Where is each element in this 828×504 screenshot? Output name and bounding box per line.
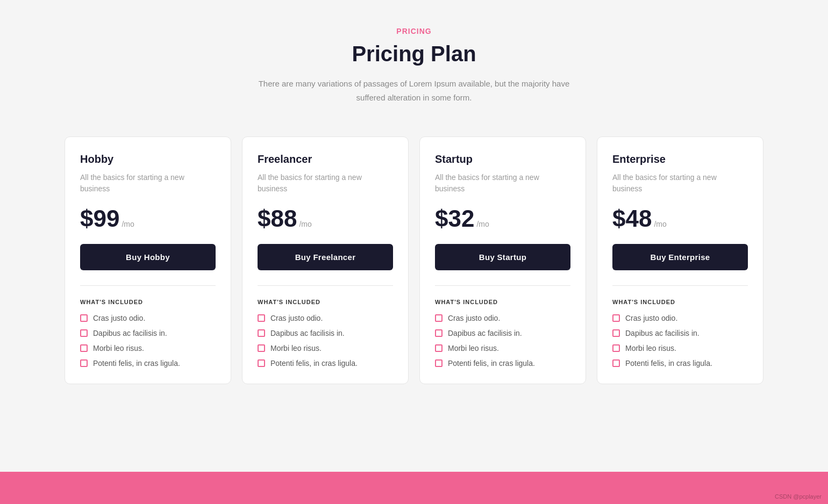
feature-text: Dapibus ac facilisis in. [270, 329, 345, 337]
feature-checkbox-icon [80, 314, 88, 322]
feature-text: Cras justo odio. [625, 314, 677, 322]
buy-button-startup[interactable]: Buy Startup [435, 244, 570, 270]
feature-text: Potenti felis, in cras ligula. [448, 359, 535, 368]
feature-checkbox-icon [435, 314, 442, 322]
feature-checkbox-icon [612, 314, 620, 322]
feature-text: Morbi leo risus. [625, 344, 676, 352]
plan-price: $88 /mo [258, 205, 393, 232]
pricing-card-freelancer: Freelancer All the basics for starting a… [242, 136, 409, 384]
feature-text: Morbi leo risus. [270, 344, 322, 352]
section-title: Pricing Plan [352, 42, 476, 66]
feature-text: Potenti felis, in cras ligula. [270, 359, 358, 368]
feature-item: Potenti felis, in cras ligula. [612, 359, 748, 368]
buy-button-hobby[interactable]: Buy Hobby [80, 244, 216, 270]
feature-item: Morbi leo risus. [612, 344, 748, 352]
card-bottom: WHAT'S INCLUDED Cras justo odio. Dapibus… [612, 299, 748, 368]
feature-item: Potenti felis, in cras ligula. [435, 359, 570, 368]
plan-description: All the basics for starting a new busine… [612, 172, 748, 195]
feature-checkbox-icon [80, 344, 88, 352]
plan-price: $32 /mo [435, 205, 570, 232]
feature-text: Dapibus ac facilisis in. [448, 329, 522, 337]
price-amount: $48 [612, 205, 652, 232]
feature-text: Cras justo odio. [448, 314, 500, 322]
card-top: Enterprise All the basics for starting a… [612, 153, 748, 286]
plan-price: $99 /mo [80, 205, 216, 232]
feature-checkbox-icon [258, 344, 265, 352]
feature-item: Cras justo odio. [612, 314, 748, 322]
feature-text: Morbi leo risus. [93, 344, 144, 352]
feature-text: Morbi leo risus. [448, 344, 499, 352]
plan-description: All the basics for starting a new busine… [80, 172, 216, 195]
feature-checkbox-icon [435, 344, 442, 352]
feature-checkbox-icon [612, 344, 620, 352]
feature-checkbox-icon [258, 329, 265, 337]
whats-included-label: WHAT'S INCLUDED [435, 299, 570, 305]
price-amount: $99 [80, 205, 119, 232]
pricing-card-startup: Startup All the basics for starting a ne… [419, 136, 586, 384]
card-top: Startup All the basics for starting a ne… [435, 153, 570, 286]
buy-button-enterprise[interactable]: Buy Enterprise [612, 244, 748, 270]
pricing-card-hobby: Hobby All the basics for starting a new … [65, 136, 231, 384]
feature-text: Cras justo odio. [270, 314, 323, 322]
feature-item: Dapibus ac facilisis in. [80, 329, 216, 337]
buy-button-freelancer[interactable]: Buy Freelancer [258, 244, 393, 270]
feature-checkbox-icon [80, 329, 88, 337]
card-bottom: WHAT'S INCLUDED Cras justo odio. Dapibus… [258, 299, 393, 368]
price-amount: $32 [435, 205, 474, 232]
whats-included-label: WHAT'S INCLUDED [80, 299, 216, 305]
feature-text: Potenti felis, in cras ligula. [625, 359, 712, 368]
feature-text: Dapibus ac facilisis in. [93, 329, 167, 337]
plan-price: $48 /mo [612, 205, 748, 232]
feature-item: Dapibus ac facilisis in. [435, 329, 570, 337]
feature-text: Cras justo odio. [93, 314, 145, 322]
feature-list: Cras justo odio. Dapibus ac facilisis in… [80, 314, 216, 368]
feature-checkbox-icon [612, 329, 620, 337]
feature-checkbox-icon [258, 359, 265, 367]
feature-checkbox-icon [612, 359, 620, 367]
feature-text: Potenti felis, in cras ligula. [93, 359, 180, 368]
feature-item: Cras justo odio. [80, 314, 216, 322]
main-content: PRICING Pricing Plan There are many vari… [0, 0, 828, 472]
whats-included-label: WHAT'S INCLUDED [612, 299, 748, 305]
section-description: There are many variations of passages of… [247, 77, 581, 104]
feature-item: Potenti felis, in cras ligula. [80, 359, 216, 368]
feature-item: Morbi leo risus. [80, 344, 216, 352]
feature-list: Cras justo odio. Dapibus ac facilisis in… [435, 314, 570, 368]
feature-list: Cras justo odio. Dapibus ac facilisis in… [258, 314, 393, 368]
feature-item: Morbi leo risus. [258, 344, 393, 352]
watermark: CSDN @pcplayer [775, 493, 822, 500]
plan-name: Freelancer [258, 153, 393, 165]
pricing-cards-container: Hobby All the basics for starting a new … [65, 136, 763, 384]
feature-item: Cras justo odio. [258, 314, 393, 322]
section-label: PRICING [396, 27, 431, 35]
plan-name: Startup [435, 153, 570, 165]
price-period: /mo [476, 220, 489, 228]
plan-name: Enterprise [612, 153, 748, 165]
feature-text: Dapibus ac facilisis in. [625, 329, 699, 337]
feature-item: Potenti felis, in cras ligula. [258, 359, 393, 368]
feature-checkbox-icon [258, 314, 265, 322]
card-bottom: WHAT'S INCLUDED Cras justo odio. Dapibus… [435, 299, 570, 368]
pricing-card-enterprise: Enterprise All the basics for starting a… [597, 136, 763, 384]
feature-item: Dapibus ac facilisis in. [612, 329, 748, 337]
price-period: /mo [654, 220, 666, 228]
feature-item: Cras justo odio. [435, 314, 570, 322]
card-bottom: WHAT'S INCLUDED Cras justo odio. Dapibus… [80, 299, 216, 368]
card-top: Hobby All the basics for starting a new … [80, 153, 216, 286]
plan-description: All the basics for starting a new busine… [258, 172, 393, 195]
feature-checkbox-icon [80, 359, 88, 367]
footer-bar [0, 472, 828, 504]
feature-item: Dapibus ac facilisis in. [258, 329, 393, 337]
feature-checkbox-icon [435, 329, 442, 337]
whats-included-label: WHAT'S INCLUDED [258, 299, 393, 305]
price-period: /mo [299, 220, 311, 228]
plan-description: All the basics for starting a new busine… [435, 172, 570, 195]
price-amount: $88 [258, 205, 297, 232]
plan-name: Hobby [80, 153, 216, 165]
feature-list: Cras justo odio. Dapibus ac facilisis in… [612, 314, 748, 368]
feature-item: Morbi leo risus. [435, 344, 570, 352]
feature-checkbox-icon [435, 359, 442, 367]
price-period: /mo [122, 220, 134, 228]
card-top: Freelancer All the basics for starting a… [258, 153, 393, 286]
